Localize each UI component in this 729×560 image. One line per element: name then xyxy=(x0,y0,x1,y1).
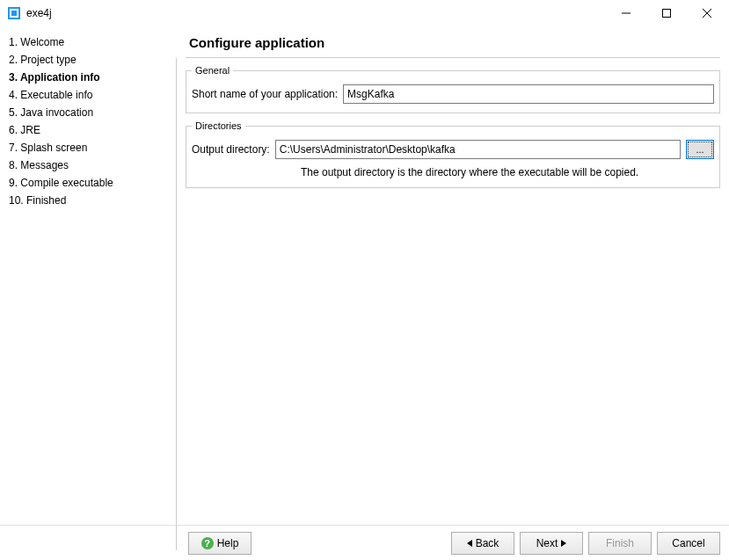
finish-button[interactable]: Finish xyxy=(588,532,652,555)
help-label: Help xyxy=(217,537,239,549)
sidebar-step-2[interactable]: 2. Project type xyxy=(9,51,171,69)
sidebar-step-5[interactable]: 5. Java invocation xyxy=(9,104,171,121)
sidebar-step-4[interactable]: 4. Executable info xyxy=(9,86,171,104)
svg-rect-4 xyxy=(663,10,671,18)
back-button[interactable]: Back xyxy=(451,532,514,555)
general-legend: General xyxy=(192,65,233,76)
main-area: 1. Welcome2. Project type3. Application … xyxy=(0,26,729,525)
next-button[interactable]: Next xyxy=(520,532,583,555)
next-label: Next xyxy=(536,537,558,549)
help-icon: ? xyxy=(201,537,214,549)
back-label: Back xyxy=(476,537,499,549)
output-directory-label: Output directory: xyxy=(192,143,270,156)
short-name-label: Short name of your application: xyxy=(192,88,338,100)
sidebar-step-10[interactable]: 10. Finished xyxy=(9,192,171,209)
sidebar-step-1[interactable]: 1. Welcome xyxy=(9,33,171,51)
svg-rect-2 xyxy=(11,11,17,16)
cancel-label: Cancel xyxy=(672,537,704,549)
output-directory-hint: The output directory is the directory wh… xyxy=(301,166,714,178)
sidebar-step-9[interactable]: 9. Compile executable xyxy=(9,174,171,192)
page-title: Configure application xyxy=(186,35,720,58)
footer: ? Help Back Next Finish Cancel xyxy=(0,525,729,560)
app-icon xyxy=(7,6,21,20)
window-title: exe4j xyxy=(26,7,52,19)
help-button[interactable]: ? Help xyxy=(188,532,252,555)
sidebar: 1. Welcome2. Project type3. Application … xyxy=(0,26,176,525)
minimize-button[interactable] xyxy=(606,0,646,26)
sidebar-step-6[interactable]: 6. JRE xyxy=(9,121,171,139)
titlebar: exe4j xyxy=(0,0,729,26)
general-fieldset: General Short name of your application: xyxy=(186,65,720,113)
cancel-button[interactable]: Cancel xyxy=(657,532,720,555)
sidebar-step-8[interactable]: 8. Messages xyxy=(9,156,171,174)
directories-legend: Directories xyxy=(192,120,245,131)
directories-fieldset: Directories Output directory: ... The ou… xyxy=(186,120,720,188)
maximize-button[interactable] xyxy=(646,0,687,26)
short-name-input[interactable] xyxy=(343,84,714,104)
close-button[interactable] xyxy=(687,0,727,26)
output-directory-input[interactable] xyxy=(275,140,681,159)
arrow-right-icon xyxy=(561,540,566,547)
sidebar-step-7[interactable]: 7. Splash screen xyxy=(9,139,171,156)
content-panel: Configure application General Short name… xyxy=(177,26,729,525)
finish-label: Finish xyxy=(606,537,634,549)
browse-button[interactable]: ... xyxy=(686,140,714,159)
sidebar-step-3[interactable]: 3. Application info xyxy=(9,69,171,86)
arrow-left-icon xyxy=(467,540,472,547)
